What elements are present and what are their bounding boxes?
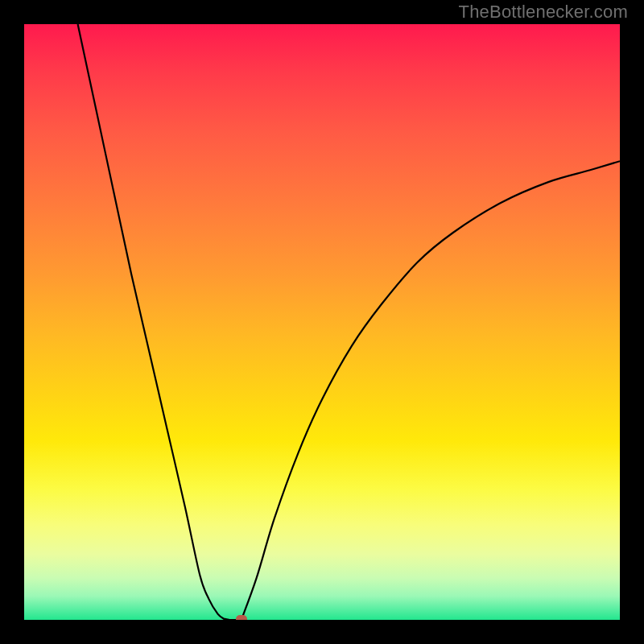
outer-frame: TheBottlenecker.com <box>0 0 644 644</box>
curve-path <box>78 24 620 620</box>
watermark-text: TheBottlenecker.com <box>459 2 628 23</box>
bottleneck-curve <box>24 24 620 620</box>
optimum-marker <box>236 615 247 620</box>
plot-area <box>24 24 620 620</box>
